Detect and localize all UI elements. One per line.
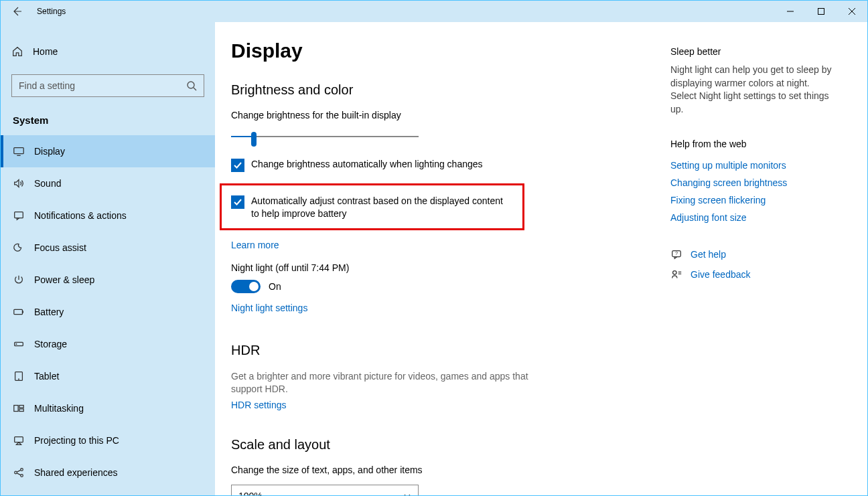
body: Home System Display Sound Notifications …	[1, 22, 867, 495]
svg-point-15	[21, 475, 23, 477]
slider-thumb[interactable]	[251, 132, 257, 147]
content: Display Brightness and color Change brig…	[215, 22, 670, 495]
back-button[interactable]	[1, 1, 33, 22]
titlebar: Settings	[1, 1, 867, 22]
svg-point-13	[15, 471, 17, 474]
help-link-flickering[interactable]: Fixing screen flickering	[670, 195, 835, 205]
night-light-label: Night light (off until 7:44 PM)	[231, 262, 654, 273]
minimize-icon	[787, 8, 794, 15]
share-icon	[13, 467, 25, 479]
night-light-settings-link[interactable]: Night light settings	[231, 303, 307, 313]
svg-rect-10	[19, 406, 23, 408]
maximize-button[interactable]	[806, 1, 837, 22]
svg-point-18	[673, 271, 676, 274]
svg-point-8	[19, 379, 19, 380]
focus-assist-icon	[13, 242, 25, 254]
maximize-icon	[818, 8, 824, 15]
sidebar-item-shared-experiences[interactable]: Shared experiences	[1, 457, 215, 489]
check-icon	[233, 161, 242, 170]
svg-rect-4	[14, 309, 23, 314]
page-title: Display	[231, 39, 654, 62]
svg-rect-3	[15, 212, 23, 218]
hdr-description: Get a brighter and more vibrant picture …	[231, 370, 539, 396]
auto-contrast-row[interactable]: Automatically adjust contrast based on t…	[231, 195, 513, 220]
home-button[interactable]: Home	[1, 38, 215, 65]
sidebar-item-multitasking[interactable]: Multitasking	[1, 392, 215, 424]
brightness-slider[interactable]	[231, 130, 419, 145]
learn-more-link[interactable]: Learn more	[231, 240, 279, 250]
nav-label: Shared experiences	[34, 467, 118, 478]
settings-window: Settings Home System Display Sound Notif…	[0, 0, 868, 496]
storage-icon	[13, 338, 25, 350]
sidebar-item-notifications[interactable]: Notifications & actions	[1, 199, 215, 232]
scale-value: 100%	[238, 491, 263, 495]
night-light-toggle[interactable]	[231, 280, 261, 293]
scale-label: Change the size of text, apps, and other…	[231, 465, 654, 475]
sidebar-item-storage[interactable]: Storage	[1, 328, 215, 360]
arrow-left-icon	[11, 6, 22, 17]
help-icon: ?	[670, 248, 682, 260]
help-link-brightness[interactable]: Changing screen brightness	[670, 177, 835, 188]
slider-track	[231, 136, 419, 137]
auto-contrast-checkbox[interactable]	[231, 195, 244, 209]
notifications-icon	[13, 210, 25, 222]
sidebar-item-tablet[interactable]: Tablet	[1, 360, 215, 392]
give-feedback-row[interactable]: Give feedback	[670, 268, 835, 280]
svg-rect-0	[818, 9, 824, 15]
nav-label: Power & sleep	[34, 274, 94, 285]
hdr-settings-link[interactable]: HDR settings	[231, 400, 286, 410]
scale-heading: Scale and layout	[231, 437, 654, 452]
chevron-down-icon	[403, 492, 411, 495]
window-controls	[775, 1, 867, 22]
nav-label: Tablet	[34, 371, 59, 382]
svg-point-6	[16, 344, 17, 345]
help-link-font[interactable]: Adjusting font size	[670, 212, 835, 223]
nav-list: Display Sound Notifications & actions Fo…	[1, 135, 215, 495]
title-text: Settings	[37, 7, 66, 16]
auto-contrast-label: Automatically adjust contrast based on t…	[251, 195, 513, 220]
nav-label: Display	[34, 146, 65, 157]
scale-select[interactable]: 100%	[231, 485, 419, 495]
nav-label: Sound	[34, 178, 61, 189]
highlight-annotation: Automatically adjust contrast based on t…	[220, 183, 524, 230]
give-feedback-link[interactable]: Give feedback	[691, 269, 751, 280]
auto-brightness-label: Change brightness automatically when lig…	[251, 158, 483, 171]
close-icon	[849, 8, 855, 15]
sidebar: Home System Display Sound Notifications …	[1, 22, 215, 495]
minimize-button[interactable]	[775, 1, 806, 22]
slider-fill	[231, 136, 254, 137]
get-help-link[interactable]: Get help	[691, 249, 726, 260]
sound-icon	[13, 177, 25, 189]
get-help-row[interactable]: ? Get help	[670, 248, 835, 260]
hdr-heading: HDR	[231, 343, 654, 358]
nav-label: Multitasking	[34, 403, 84, 414]
sidebar-section-label: System	[13, 114, 215, 126]
sidebar-item-projecting[interactable]: Projecting to this PC	[1, 424, 215, 457]
svg-text:?: ?	[675, 250, 678, 256]
sidebar-item-sound[interactable]: Sound	[1, 167, 215, 199]
search-input[interactable]	[19, 80, 186, 91]
nav-label: Projecting to this PC	[34, 435, 119, 446]
sidebar-item-power-sleep[interactable]: Power & sleep	[1, 264, 215, 296]
close-button[interactable]	[837, 1, 867, 22]
nav-label: Battery	[34, 307, 64, 317]
power-icon	[13, 274, 25, 286]
search-icon	[186, 80, 197, 91]
auto-brightness-checkbox[interactable]	[231, 159, 244, 172]
main-area: Display Brightness and color Change brig…	[215, 22, 867, 495]
svg-point-14	[21, 469, 23, 471]
home-icon	[11, 46, 23, 58]
sidebar-item-battery[interactable]: Battery	[1, 296, 215, 328]
auto-brightness-row[interactable]: Change brightness automatically when lig…	[231, 158, 654, 172]
svg-rect-12	[15, 437, 23, 442]
search-box[interactable]	[11, 74, 204, 97]
help-link-monitors[interactable]: Setting up multiple monitors	[670, 160, 835, 171]
nav-label: Notifications & actions	[34, 210, 127, 221]
nav-label: Focus assist	[34, 242, 86, 253]
svg-rect-2	[14, 148, 23, 154]
feedback-icon	[670, 268, 682, 280]
sidebar-item-display[interactable]: Display	[1, 135, 215, 167]
sleep-better-heading: Sleep better	[670, 46, 835, 57]
sidebar-item-focus-assist[interactable]: Focus assist	[1, 232, 215, 264]
night-light-toggle-row: On	[231, 280, 654, 293]
